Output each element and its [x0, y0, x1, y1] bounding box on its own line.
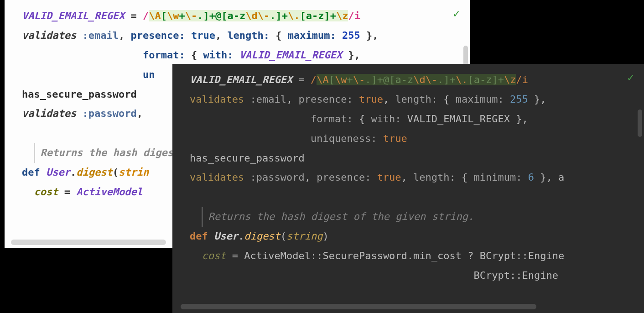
comma: ,: [546, 172, 559, 183]
regex-lit: [: [389, 74, 395, 85]
true-token: true: [191, 30, 215, 41]
check-icon: ✓: [453, 7, 460, 20]
comment-line: Returns the hash digest: [34, 143, 180, 163]
regex-esc: \A: [317, 74, 329, 85]
code-editor-dark[interactable]: ✓ VALID_EMAIL_REGEX = /\A[\w+\-.]+@[a-z\…: [172, 64, 644, 313]
number-token: 6: [528, 172, 534, 183]
regex-lit: .: [197, 10, 203, 21]
code-area-dark[interactable]: VALID_EMAIL_REGEX = /\A[\w+\-.]+@[a-z\d\…: [172, 64, 644, 289]
brace: }: [360, 30, 373, 41]
true-token: true: [359, 94, 383, 105]
horizontal-scrollbar[interactable]: [181, 304, 536, 309]
hash-key: with:: [203, 49, 239, 61]
op-token: =: [226, 250, 244, 261]
regex-esc: \.: [288, 10, 300, 21]
hash-key: maximum:: [288, 30, 342, 41]
regex-delim: /i: [348, 10, 360, 21]
vertical-scrollbar[interactable]: [638, 110, 642, 137]
regex-esc: \z: [336, 10, 348, 21]
code-text: ::SecurePassword.min_cost ? BCrypt::Engi…: [311, 250, 564, 261]
regex-esc: \d: [245, 10, 258, 21]
hash-key: un: [143, 69, 155, 80]
brace: }: [342, 49, 354, 61]
true-token: true: [383, 133, 407, 144]
regex-lit: [: [329, 74, 335, 85]
brace: {: [359, 113, 371, 125]
param-token: string: [286, 230, 322, 242]
regex-esc: \-: [426, 74, 438, 85]
hash-key: length:: [413, 172, 462, 183]
comma: ,: [401, 172, 414, 183]
method-call: has_secure_password: [22, 89, 137, 100]
class-token: User: [208, 230, 238, 242]
regex-esc: \d: [413, 74, 426, 85]
number-token: 255: [510, 94, 528, 105]
regex-lit: +: [498, 74, 504, 85]
const-token: VALID_EMAIL_REGEX: [190, 74, 292, 85]
regex-lit: .: [365, 74, 371, 85]
regex-lit: .: [270, 10, 275, 21]
code-text: BCrypt::Engine: [474, 270, 558, 281]
regex-esc: \w: [167, 10, 179, 21]
class-token: ActiveModel: [244, 250, 311, 261]
comma: ,: [215, 30, 228, 41]
hash-key: minimum:: [474, 172, 528, 183]
lparen: (: [113, 167, 119, 178]
regex-lit: +: [450, 74, 456, 85]
hash-key: presence:: [317, 172, 377, 183]
regex-esc: \-: [185, 10, 197, 21]
symbol-token: :password: [76, 108, 136, 119]
horizontal-scrollbar[interactable]: [11, 240, 166, 245]
hash-key: length:: [395, 94, 443, 105]
lparen: (: [280, 230, 286, 242]
const-token: VALID_EMAIL_REGEX: [407, 113, 510, 125]
regex-lit: ]: [203, 10, 209, 21]
comma: ,: [119, 30, 131, 41]
hash-key: presence:: [130, 30, 191, 41]
brace: {: [191, 49, 203, 61]
regex-lit: @: [383, 74, 389, 85]
regex-lit: a-z: [306, 10, 324, 21]
hash-key: with:: [371, 113, 407, 125]
dot: .: [238, 230, 244, 242]
method-call: has_secure_password: [190, 152, 305, 164]
regex-lit: ]: [324, 10, 330, 21]
rparen: ): [322, 230, 328, 242]
comma: ,: [305, 172, 317, 183]
validates-call: validates: [22, 108, 76, 119]
hash-key: length:: [227, 30, 275, 41]
regex-delim: /: [311, 74, 317, 85]
regex-esc: \-: [353, 74, 365, 85]
hash-key: presence:: [298, 94, 358, 105]
comma: ,: [540, 94, 546, 105]
regex-delim: /i: [516, 74, 528, 85]
class-token: User: [40, 167, 70, 178]
regex-esc: \w: [335, 74, 347, 85]
regex-lit: +: [282, 10, 288, 21]
regex-lit: [: [221, 10, 227, 21]
symbol-token: :password: [244, 172, 304, 183]
comma: ,: [522, 113, 528, 125]
regex-lit: +: [330, 10, 336, 21]
dot: .: [70, 167, 76, 178]
regex-lit: .: [437, 74, 443, 85]
brace: {: [443, 94, 456, 105]
hash-key: format:: [143, 49, 191, 61]
regex-lit: a-z: [227, 10, 245, 21]
def-keyword: def: [190, 230, 208, 242]
op-token: =: [58, 186, 76, 198]
regex-lit: +: [179, 10, 185, 21]
comma: ,: [383, 94, 395, 105]
op-token: =: [125, 10, 143, 21]
validates-call: validates: [190, 94, 244, 105]
comma: ,: [137, 108, 143, 119]
brace: }: [534, 172, 546, 183]
regex-esc: \-: [258, 10, 270, 21]
method-name: digest: [244, 230, 280, 242]
regex-esc: \.: [456, 74, 468, 85]
const-token: VALID_EMAIL_REGEX: [22, 10, 125, 21]
regex-lit: +: [347, 74, 353, 85]
validates-call: validates: [22, 30, 76, 41]
local-var: cost: [34, 186, 58, 198]
regex-lit: +: [209, 10, 215, 21]
